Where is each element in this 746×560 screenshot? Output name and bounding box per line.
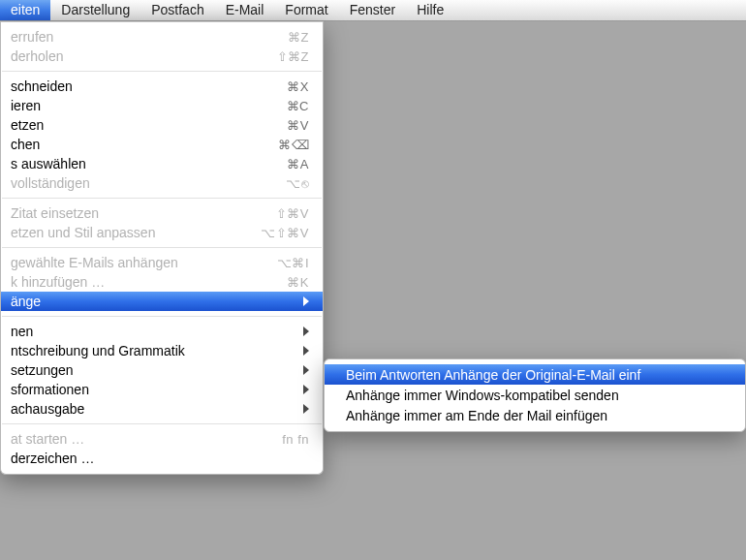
menu-item-label: schneiden xyxy=(11,78,264,94)
menu-item-shortcut: ⌘Z xyxy=(264,30,309,45)
menu-item-add-link: k hinzufügen … ⌘K xyxy=(1,272,323,292)
menu-title-format[interactable]: Format xyxy=(274,0,338,20)
menu-item-paste-as-quote: Zitat einsetzen ⇧⌘V xyxy=(1,203,323,223)
menu-item-special-characters[interactable]: derzeichen … xyxy=(1,449,323,468)
menu-item-label: k hinzufügen … xyxy=(11,274,264,290)
menu-item-label: nen xyxy=(11,324,295,339)
menu-title-bearbeiten[interactable]: eiten xyxy=(0,0,50,20)
menu-title-fenster[interactable]: Fenster xyxy=(339,0,406,20)
menu-item-label: änge xyxy=(11,294,295,309)
menu-item-redo: derholen ⇧⌘Z xyxy=(1,47,323,66)
menu-item-substitutions[interactable]: setzungen xyxy=(1,360,323,380)
edit-menu-dropdown: errufen ⌘Z derholen ⇧⌘Z schneiden ⌘X ier… xyxy=(0,21,324,475)
menu-item-label: sformationen xyxy=(11,382,295,397)
menu-item-submenu-1[interactable]: nen xyxy=(1,322,323,341)
menu-item-shortcut: fn fn xyxy=(264,432,309,447)
submenu-item-insert-at-end[interactable]: Anhänge immer am Ende der Mail einfügen xyxy=(325,405,745,425)
menu-item-shortcut: ⇧⌘V xyxy=(264,206,309,221)
menu-item-shortcut: ⇧⌘Z xyxy=(264,49,309,64)
menu-item-paste-match-style: etzen und Stil anpassen ⌥⇧⌘V xyxy=(1,223,323,242)
menu-item-start-dictation: at starten … fn fn xyxy=(1,429,323,449)
menu-separator xyxy=(2,71,322,72)
menu-item-shortcut: ⌥⎋ xyxy=(264,176,309,191)
menu-separator xyxy=(2,423,322,424)
chevron-right-icon xyxy=(303,385,309,394)
menu-title-darstellung[interactable]: Darstellung xyxy=(50,0,140,20)
menu-item-transformations[interactable]: sformationen xyxy=(1,380,323,399)
menu-item-label: etzen und Stil anpassen xyxy=(11,225,261,240)
chevron-right-icon xyxy=(303,404,309,414)
menu-item-paste[interactable]: etzen ⌘V xyxy=(1,115,323,135)
menu-item-label: etzen xyxy=(11,117,264,133)
submenu-item-label: Anhänge immer Windows-kompatibel senden xyxy=(346,388,619,403)
menu-item-shortcut: ⌘X xyxy=(264,79,309,94)
chevron-right-icon xyxy=(303,346,309,356)
menu-item-delete[interactable]: chen ⌘⌫ xyxy=(1,135,323,154)
menu-item-undo: errufen ⌘Z xyxy=(1,27,323,47)
chevron-right-icon xyxy=(303,296,309,306)
menu-item-shortcut: ⌘V xyxy=(264,118,309,133)
menu-item-shortcut: ⌘C xyxy=(264,99,309,113)
menu-item-shortcut: ⌘K xyxy=(264,275,309,290)
submenu-item-include-original-attachments[interactable]: Beim Antworten Anhänge der Original-E-Ma… xyxy=(325,364,745,385)
menu-item-attach-selected: gewählte E-Mails anhängen ⌥⌘I xyxy=(1,253,323,272)
menu-item-attachments[interactable]: änge xyxy=(1,292,323,311)
menu-item-label: errufen xyxy=(11,29,264,45)
menu-title-postfach[interactable]: Postfach xyxy=(140,0,214,20)
menu-item-spelling-grammar[interactable]: ntschreibung und Grammatik xyxy=(1,341,323,360)
menu-item-label: at starten … xyxy=(11,431,264,447)
menu-item-label: ntschreibung und Grammatik xyxy=(11,343,295,358)
menu-item-label: chen xyxy=(11,137,264,152)
menu-title-email[interactable]: E-Mail xyxy=(215,0,275,20)
menu-item-label: vollständigen xyxy=(11,175,264,191)
menu-item-label: s auswählen xyxy=(11,156,264,171)
chevron-right-icon xyxy=(303,365,309,375)
menu-item-shortcut: ⌘⌫ xyxy=(264,138,309,152)
menu-item-label: gewählte E-Mails anhängen xyxy=(11,255,264,270)
menu-item-label: derzeichen … xyxy=(11,451,309,466)
menu-item-label: ieren xyxy=(11,98,264,113)
menu-item-label: Zitat einsetzen xyxy=(11,205,264,221)
menu-item-label: setzungen xyxy=(11,362,295,378)
menu-separator xyxy=(2,316,322,317)
menu-item-shortcut: ⌘A xyxy=(264,157,309,171)
menu-item-cut[interactable]: schneiden ⌘X xyxy=(1,77,323,96)
attachments-submenu: Beim Antworten Anhänge der Original-E-Ma… xyxy=(324,358,746,432)
menu-item-shortcut: ⌥⇧⌘V xyxy=(261,226,309,240)
menubar: eiten Darstellung Postfach E-Mail Format… xyxy=(0,0,746,21)
submenu-item-label: Anhänge immer am Ende der Mail einfügen xyxy=(346,408,607,423)
menu-item-label: achausgabe xyxy=(11,401,295,417)
submenu-item-label: Beim Antworten Anhänge der Original-E-Ma… xyxy=(346,367,640,383)
menu-item-shortcut: ⌥⌘I xyxy=(264,256,309,270)
menu-item-copy[interactable]: ieren ⌘C xyxy=(1,96,323,115)
submenu-item-windows-friendly[interactable]: Anhänge immer Windows-kompatibel senden xyxy=(325,385,745,405)
chevron-right-icon xyxy=(303,327,309,336)
menu-item-complete: vollständigen ⌥⎋ xyxy=(1,173,323,193)
menu-title-hilfe[interactable]: Hilfe xyxy=(406,0,454,20)
menu-item-speech[interactable]: achausgabe xyxy=(1,399,323,419)
menu-separator xyxy=(2,198,322,199)
menu-separator xyxy=(2,247,322,248)
menu-item-select-all[interactable]: s auswählen ⌘A xyxy=(1,154,323,173)
menu-item-label: derholen xyxy=(11,48,264,64)
